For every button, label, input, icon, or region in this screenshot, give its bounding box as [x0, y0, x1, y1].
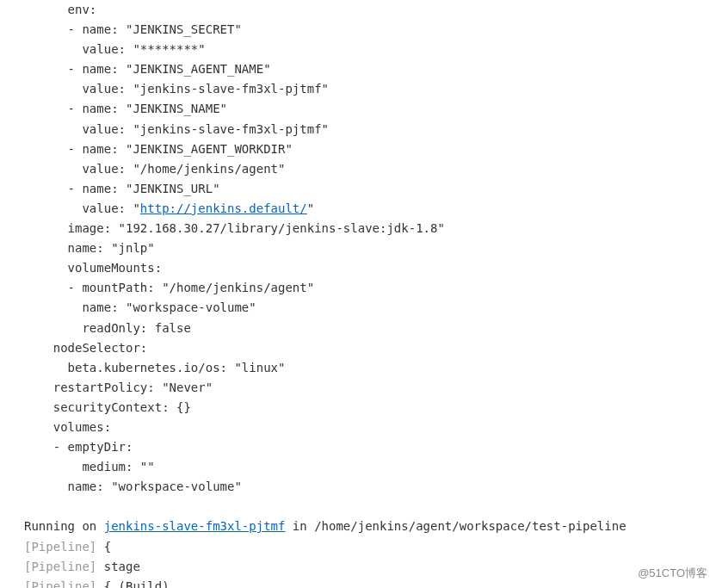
console-output: env: - name: "JENKINS_SECRET" value: "**…	[0, 0, 716, 588]
console-line: - name: "JENKINS_URL"	[24, 179, 716, 199]
console-link[interactable]: http://jenkins.default/	[140, 201, 307, 215]
console-line: - name: "JENKINS_AGENT_WORKDIR"	[24, 139, 716, 159]
pipeline-prefix: [Pipeline]	[24, 540, 104, 554]
line-prefix: value: "	[24, 201, 140, 215]
line-suffix: "	[307, 201, 314, 215]
console-line: [Pipeline] {	[24, 537, 716, 557]
pipeline-text: stage	[104, 560, 140, 573]
console-line: - name: "JENKINS_SECRET"	[24, 20, 716, 40]
console-line: value: "http://jenkins.default/"	[24, 199, 716, 219]
console-line: value: "jenkins-slave-fm3xl-pjtmf"	[24, 120, 716, 139]
console-line	[24, 497, 716, 517]
console-line: volumes:	[24, 418, 716, 437]
line-prefix: Running on	[24, 519, 104, 533]
pipeline-text: {	[104, 540, 111, 554]
console-line: name: "workspace-volume"	[24, 298, 716, 318]
line-suffix: in /home/jenkins/agent/workspace/test-pi…	[285, 519, 626, 533]
console-line: - name: "JENKINS_NAME"	[24, 99, 716, 119]
console-line: volumeMounts:	[24, 258, 716, 278]
console-line: value: "jenkins-slave-fm3xl-pjtmf"	[24, 79, 716, 99]
pipeline-prefix: [Pipeline]	[24, 560, 104, 573]
console-line: nodeSelector:	[24, 338, 716, 358]
console-line: beta.kubernetes.io/os: "linux"	[24, 358, 716, 378]
console-line: env:	[24, 0, 716, 20]
console-line: value: "/home/jenkins/agent"	[24, 159, 716, 179]
console-line: medium: ""	[24, 457, 716, 477]
console-line: - name: "JENKINS_AGENT_NAME"	[24, 59, 716, 79]
console-line: name: "jnlp"	[24, 238, 716, 258]
console-line: [Pipeline] { (Build)	[24, 577, 716, 588]
pipeline-prefix: [Pipeline]	[24, 579, 104, 588]
console-line: value: "********"	[24, 40, 716, 59]
pipeline-text: { (Build)	[104, 579, 170, 588]
watermark: @51CTO博客	[638, 564, 707, 582]
console-line: readOnly: false	[24, 319, 716, 338]
console-line: name: "workspace-volume"	[24, 477, 716, 497]
console-line: Running on jenkins-slave-fm3xl-pjtmf in …	[24, 517, 716, 536]
console-line: restartPolicy: "Never"	[24, 378, 716, 398]
console-line: [Pipeline] stage	[24, 557, 716, 577]
console-line: - emptyDir:	[24, 437, 716, 457]
console-line: - mountPath: "/home/jenkins/agent"	[24, 278, 716, 298]
console-line: image: "192.168.30.27/library/jenkins-sl…	[24, 219, 716, 238]
console-link[interactable]: jenkins-slave-fm3xl-pjtmf	[104, 519, 286, 533]
console-line: securityContext: {}	[24, 398, 716, 418]
